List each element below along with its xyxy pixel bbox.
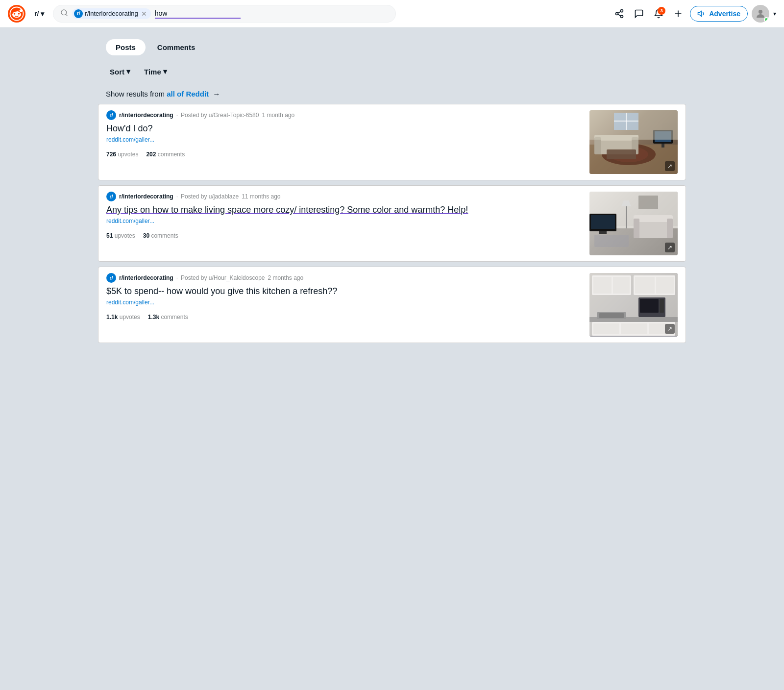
post-subreddit-name: r/interiordecorating [119, 112, 173, 119]
search-bar[interactable]: r/ r/interiordecorating ✕ [53, 5, 396, 23]
svg-rect-46 [594, 235, 629, 247]
svg-rect-28 [662, 144, 664, 148]
svg-rect-59 [593, 323, 619, 334]
post-time: 2 months ago [268, 274, 303, 281]
post-comments: 30 comments [143, 232, 178, 239]
post-thumbnail[interactable]: ↗ [589, 192, 678, 255]
search-input-wrapper [155, 9, 241, 19]
svg-rect-39 [667, 219, 673, 238]
post-thumbnail[interactable]: ↗ [589, 110, 678, 174]
post-card[interactable]: r/ r/interiordecorating · Posted by u/ja… [98, 185, 686, 262]
user-dropdown-arrow[interactable]: ▾ [773, 10, 776, 17]
share-icon-button[interactable] [612, 6, 627, 22]
post-content: r/ r/interiordecorating · Posted by u/ja… [106, 192, 584, 239]
post-card[interactable]: r/ r/interiordecorating · Posted by u/Ho… [98, 267, 686, 343]
svg-line-13 [618, 14, 621, 16]
tab-comments[interactable]: Comments [147, 39, 205, 55]
post-subreddit-icon: r/ [106, 110, 116, 120]
sort-label: Sort [110, 68, 124, 76]
post-stats: 726 upvotes 202 comments [106, 151, 584, 158]
post-link[interactable]: reddit.com/galler... [106, 218, 584, 224]
svg-rect-49 [593, 277, 612, 294]
home-dropdown-icon: ▾ [41, 10, 44, 18]
remove-filter-button[interactable]: ✕ [141, 10, 147, 18]
post-author: Posted by u/Hour_Kaleidoscope [181, 274, 265, 281]
post-meta: r/ r/interiordecorating · Posted by u/Ho… [106, 273, 584, 283]
post-title[interactable]: How'd I do? [106, 123, 584, 134]
time-arrow-icon: ▾ [163, 67, 167, 76]
post-title[interactable]: Any tips on how to make living space mor… [106, 204, 584, 216]
filter-bar: Sort ▾ Time ▾ [98, 59, 686, 84]
show-results-prefix: Show results from [106, 90, 167, 98]
post-link[interactable]: reddit.com/galler... [106, 299, 584, 306]
post-separator: · [176, 112, 178, 119]
thumbnail-external-link-icon: ↗ [665, 324, 675, 334]
sort-filter-button[interactable]: Sort ▾ [106, 65, 134, 78]
content-area: Posts Comments Sort ▾ Time ▾ Show result… [98, 27, 686, 356]
svg-rect-52 [635, 277, 655, 294]
post-separator: · [176, 274, 178, 281]
advertise-label: Advertise [709, 10, 740, 18]
svg-rect-63 [599, 313, 624, 318]
svg-rect-24 [594, 137, 601, 154]
post-author: Posted by u/jadablaze [181, 193, 239, 200]
notification-badge: 3 [658, 7, 665, 15]
post-author: Posted by u/Great-Topic-6580 [181, 112, 259, 119]
notification-bell-button[interactable]: 3 [651, 6, 666, 22]
nav-icons: 3 Advertise ▾ [612, 5, 776, 23]
user-online-indicator [764, 17, 769, 22]
search-icon [60, 9, 68, 19]
svg-rect-56 [660, 299, 664, 313]
post-subreddit-name: r/interiordecorating [119, 274, 173, 281]
thumbnail-external-link-icon: ↗ [665, 161, 675, 171]
search-input[interactable] [155, 9, 241, 19]
post-content: r/ r/interiordecorating · Posted by u/Ho… [106, 273, 584, 320]
post-subreddit-name: r/interiordecorating [119, 193, 173, 200]
subreddit-icon: r/ [74, 9, 83, 18]
svg-rect-64 [589, 336, 678, 337]
chat-icon-button[interactable] [631, 6, 647, 22]
svg-rect-55 [640, 299, 659, 313]
svg-rect-29 [607, 149, 636, 159]
post-meta: r/ r/interiordecorating · Posted by u/Gr… [106, 110, 584, 120]
user-avatar[interactable] [752, 5, 769, 23]
sort-arrow-icon: ▾ [126, 67, 130, 76]
subreddit-filter-pill[interactable]: r/ r/interiordecorating ✕ [72, 8, 150, 19]
post-thumbnail[interactable]: ↗ [589, 273, 678, 337]
svg-rect-50 [613, 277, 630, 294]
show-results-arrow: → [213, 90, 220, 98]
reddit-logo[interactable] [8, 5, 25, 23]
post-upvotes: 726 upvotes [106, 151, 138, 158]
svg-rect-38 [634, 219, 639, 238]
svg-rect-60 [621, 323, 647, 334]
show-results-bar: Show results from all of Reddit → [98, 84, 686, 104]
post-stats: 1.1k upvotes 1.3k comments [106, 314, 584, 320]
svg-point-4 [14, 13, 16, 15]
post-subreddit-icon: r/ [106, 273, 116, 283]
subreddit-filter-label: r/interiordecorating [85, 10, 138, 17]
post-content: r/ r/interiordecorating · Posted by u/Gr… [106, 110, 584, 158]
svg-rect-42 [599, 231, 607, 234]
svg-rect-41 [591, 215, 615, 229]
home-label: r/ [34, 10, 39, 18]
time-filter-button[interactable]: Time ▾ [140, 65, 171, 78]
post-meta: r/ r/interiordecorating · Posted by u/ja… [106, 192, 584, 201]
post-title[interactable]: $5K to spend-- how would you give this k… [106, 286, 584, 297]
svg-line-9 [66, 14, 67, 16]
post-subreddit-icon: r/ [106, 192, 116, 201]
all-of-reddit-link[interactable]: all of Reddit [167, 90, 209, 98]
post-separator: · [176, 193, 178, 200]
home-button[interactable]: r/ ▾ [30, 8, 48, 20]
post-time: 11 months ago [242, 193, 280, 200]
create-post-button[interactable] [670, 6, 686, 22]
tab-posts[interactable]: Posts [106, 39, 146, 55]
post-upvotes: 1.1k upvotes [106, 314, 140, 320]
svg-rect-45 [638, 196, 658, 209]
advertise-button[interactable]: Advertise [690, 6, 748, 22]
svg-point-18 [759, 10, 762, 14]
post-stats: 51 upvotes 30 comments [106, 232, 584, 239]
svg-rect-53 [656, 277, 674, 294]
post-card[interactable]: r/ r/interiordecorating · Posted by u/Gr… [98, 104, 686, 180]
tabs-bar: Posts Comments [98, 35, 686, 59]
post-link[interactable]: reddit.com/galler... [106, 136, 584, 143]
